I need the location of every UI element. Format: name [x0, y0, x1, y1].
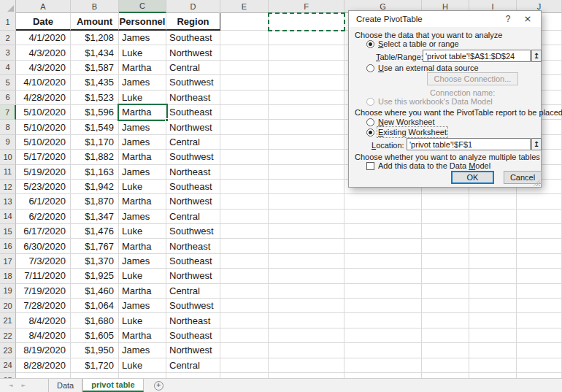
col-header-D[interactable]: D [166, 0, 220, 13]
cell-D17[interactable]: Southeast [166, 254, 220, 269]
cell-E2[interactable] [220, 31, 269, 45]
cell-E14[interactable] [220, 210, 269, 224]
cell-H23[interactable] [422, 343, 469, 358]
row-header-23[interactable]: 23 [0, 343, 16, 358]
cell-D11[interactable]: Northeast [166, 165, 220, 180]
col-header-E[interactable]: E [220, 0, 269, 13]
cell-C1[interactable]: Personnel [119, 13, 166, 31]
row-header-12[interactable]: 12 [0, 180, 16, 194]
cell-B6[interactable]: $1,523 [71, 91, 119, 105]
row-header-18[interactable]: 18 [0, 269, 16, 283]
cell-C11[interactable]: James [119, 165, 166, 180]
row-header-21[interactable]: 21 [0, 313, 16, 328]
cell-A3[interactable]: 4/3/2020 [16, 45, 71, 60]
cell-F9[interactable] [269, 135, 344, 150]
cell-B22[interactable]: $1,605 [71, 328, 119, 343]
cell-F24[interactable] [269, 358, 344, 373]
dialog-resize-grip[interactable] [532, 178, 540, 186]
row-header-11[interactable]: 11 [0, 165, 16, 180]
cell-F6[interactable] [269, 91, 344, 105]
cell-H15[interactable] [422, 224, 469, 239]
cell-D25[interactable] [166, 373, 220, 378]
cell-G23[interactable] [344, 343, 422, 358]
cell-D24[interactable]: Central [166, 358, 220, 373]
cell-E13[interactable] [220, 194, 269, 209]
cell-F25[interactable] [269, 373, 344, 378]
cell-I18[interactable] [469, 269, 517, 283]
cell-G22[interactable] [344, 328, 422, 343]
cell-F20[interactable] [269, 299, 344, 313]
collapse-dialog-icon[interactable]: ↥ [531, 138, 542, 150]
sheet-tab-privot-table[interactable]: privot table [82, 379, 143, 392]
radio-workbook-data-model[interactable]: Use this workbook's Data Model [366, 97, 493, 106]
cell-B21[interactable]: $1,680 [71, 313, 119, 328]
cell-E22[interactable] [220, 328, 269, 343]
cell-D22[interactable]: Southeast [166, 328, 220, 343]
cell-F22[interactable] [269, 328, 344, 343]
cell-F11[interactable] [269, 165, 344, 180]
cell-E4[interactable] [220, 61, 269, 75]
cell-A21[interactable]: 8/4/2020 [16, 313, 71, 328]
cell-A23[interactable]: 8/19/2020 [16, 343, 71, 358]
cell-A5[interactable]: 4/10/2020 [16, 75, 71, 90]
cell-D18[interactable]: Northwest [166, 269, 220, 283]
cell-A8[interactable]: 5/10/2020 [16, 120, 71, 134]
cell-E1[interactable] [220, 13, 269, 31]
row-header-4[interactable]: 4 [0, 61, 16, 75]
cell-F13[interactable] [269, 194, 344, 209]
cell-J15[interactable] [517, 224, 562, 239]
cell-C12[interactable]: Luke [119, 180, 166, 194]
cell-F1[interactable] [269, 13, 344, 31]
cell-F5[interactable] [269, 75, 344, 90]
cell-C22[interactable]: Martha [119, 328, 166, 343]
new-sheet-button[interactable]: + [154, 381, 163, 391]
cell-C19[interactable]: Martha [119, 284, 166, 299]
cell-G15[interactable] [344, 224, 422, 239]
cell-D1[interactable]: Region [166, 13, 220, 31]
cell-I13[interactable] [469, 194, 517, 209]
cell-B12[interactable]: $1,942 [71, 180, 119, 194]
cell-C4[interactable]: Martha [119, 61, 166, 75]
radio-new-worksheet[interactable]: New Worksheet [366, 118, 434, 126]
cell-G13[interactable] [344, 194, 422, 209]
cell-A2[interactable]: 4/1/2020 [16, 31, 71, 45]
cell-E23[interactable] [220, 343, 269, 358]
cell-F12[interactable] [269, 180, 344, 194]
cell-C21[interactable]: Luke [119, 313, 166, 328]
cell-F21[interactable] [269, 313, 344, 328]
select-all-button[interactable] [0, 0, 16, 13]
cell-C2[interactable]: James [119, 31, 166, 45]
cell-I16[interactable] [469, 239, 517, 253]
cell-B13[interactable]: $1,870 [71, 194, 119, 209]
cell-C16[interactable]: Martha [119, 239, 166, 253]
row-header-2[interactable]: 2 [0, 31, 16, 45]
cell-F10[interactable] [269, 150, 344, 164]
cell-A19[interactable]: 7/19/2020 [16, 284, 71, 299]
cell-D14[interactable]: Central [166, 210, 220, 224]
cell-B3[interactable]: $1,434 [71, 45, 119, 60]
cell-I20[interactable] [469, 299, 517, 313]
cell-A11[interactable]: 5/19/2020 [16, 165, 71, 180]
cell-G16[interactable] [344, 239, 422, 253]
row-header-9[interactable]: 9 [0, 135, 16, 150]
cell-B9[interactable]: $1,170 [71, 135, 119, 150]
cell-H24[interactable] [422, 358, 469, 373]
cell-B1[interactable]: Amount [71, 13, 119, 31]
cell-E24[interactable] [220, 358, 269, 373]
cell-D12[interactable]: Southeast [166, 180, 220, 194]
cell-D9[interactable]: Central [166, 135, 220, 150]
cell-B19[interactable]: $1,460 [71, 284, 119, 299]
tab-scroll-left-icon[interactable]: ◄ [9, 383, 12, 388]
radio-existing-worksheet[interactable]: Existing Worksheet [366, 128, 447, 137]
cell-J21[interactable] [517, 313, 562, 328]
cell-E21[interactable] [220, 313, 269, 328]
cell-A15[interactable]: 6/17/2020 [16, 224, 71, 239]
cell-A18[interactable]: 7/11/2020 [16, 269, 71, 283]
radio-external-source[interactable]: Use an external data source [366, 64, 479, 72]
cell-D2[interactable]: Southeast [166, 31, 220, 45]
cell-B18[interactable]: $1,925 [71, 269, 119, 283]
cell-C23[interactable]: James [119, 343, 166, 358]
cell-J25[interactable] [517, 373, 562, 378]
cell-D16[interactable]: Northeast [166, 239, 220, 253]
row-header-5[interactable]: 5 [0, 75, 16, 90]
